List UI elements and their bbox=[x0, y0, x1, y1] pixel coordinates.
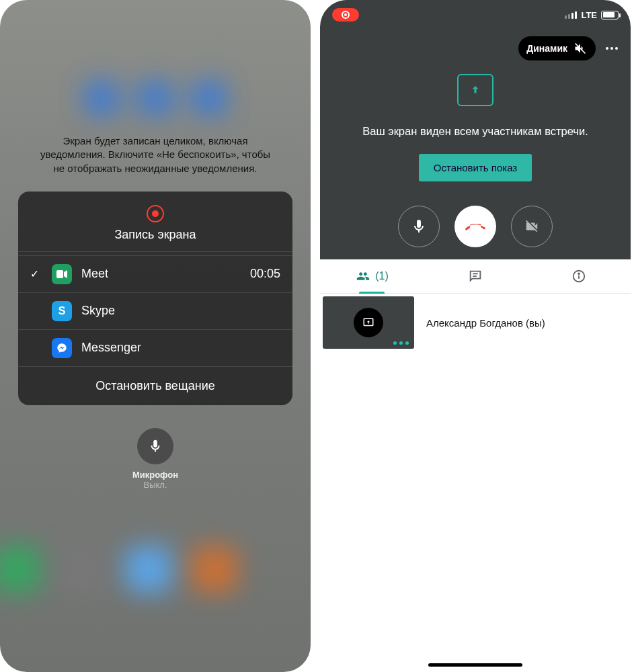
broadcast-app-messenger[interactable]: Messenger bbox=[18, 330, 292, 367]
record-dot-icon bbox=[342, 11, 350, 19]
checkmark-icon: ✓ bbox=[30, 267, 42, 280]
chat-icon bbox=[468, 269, 483, 284]
info-icon bbox=[571, 269, 586, 284]
video-off-icon bbox=[523, 219, 541, 234]
speaker-select-button[interactable]: Динамик bbox=[518, 36, 596, 60]
signal-icon bbox=[565, 11, 577, 19]
microphone-label: Микрофон bbox=[132, 470, 178, 480]
speaker-label: Динамик bbox=[526, 43, 567, 54]
screen-record-card: Запись экрана ✓ Meet 00:05 S Skype bbox=[18, 192, 292, 405]
participant-row[interactable]: Александр Богданов (вы) bbox=[320, 294, 631, 349]
recording-status-pill[interactable] bbox=[332, 8, 359, 22]
people-icon bbox=[355, 269, 371, 283]
speaker-muted-icon bbox=[573, 42, 588, 55]
battery-icon bbox=[601, 11, 619, 19]
microphone-state: Выкл. bbox=[143, 480, 167, 490]
thumbnail-more-icon[interactable] bbox=[393, 341, 409, 345]
participant-name: Александр Богданов (вы) bbox=[426, 317, 545, 329]
people-count: (1) bbox=[375, 270, 389, 282]
messenger-app-icon bbox=[52, 338, 72, 358]
record-icon bbox=[147, 205, 164, 222]
app-name-label: Messenger bbox=[81, 341, 280, 355]
svg-point-6 bbox=[578, 273, 580, 274]
stop-broadcast-button[interactable]: Остановить вещание bbox=[18, 367, 292, 405]
card-title: Запись экрана bbox=[114, 228, 196, 242]
tab-chat[interactable] bbox=[424, 259, 527, 293]
present-icon bbox=[361, 317, 376, 329]
microphone-icon bbox=[148, 439, 163, 454]
screen-share-icon bbox=[457, 74, 493, 106]
share-status-text: Ваш экран виден всем участникам встречи. bbox=[362, 125, 588, 138]
presenting-badge bbox=[354, 308, 383, 337]
more-options-button[interactable] bbox=[601, 38, 623, 59]
tab-people[interactable]: (1) bbox=[320, 259, 424, 293]
app-name-label: Skype bbox=[81, 304, 280, 318]
screen-meet-sharing: LTE Динамик Ваш экран виден всем участни… bbox=[320, 0, 631, 672]
meet-app-icon bbox=[52, 264, 72, 284]
bottom-tabs: (1) bbox=[320, 259, 631, 294]
tab-info[interactable] bbox=[527, 259, 631, 293]
microphone-toggle-button[interactable] bbox=[137, 428, 173, 464]
hangup-icon bbox=[465, 216, 485, 237]
participant-thumbnail bbox=[323, 296, 414, 349]
skype-app-icon: S bbox=[52, 301, 72, 321]
app-record-time: 00:05 bbox=[250, 267, 280, 281]
screen-ios-broadcast: Экран будет записан целиком, включая уве… bbox=[0, 0, 311, 672]
mute-audio-button[interactable] bbox=[398, 206, 440, 247]
network-label: LTE bbox=[581, 10, 597, 20]
end-call-button[interactable] bbox=[454, 206, 496, 247]
broadcast-app-skype[interactable]: S Skype bbox=[18, 293, 292, 330]
microphone-icon bbox=[411, 218, 427, 235]
svg-rect-0 bbox=[56, 270, 63, 278]
record-hint-text: Экран будет записан целиком, включая уве… bbox=[34, 134, 276, 175]
app-name-label: Meet bbox=[81, 267, 241, 281]
broadcast-app-meet[interactable]: ✓ Meet 00:05 bbox=[18, 256, 292, 293]
home-indicator bbox=[428, 663, 522, 667]
toggle-video-button[interactable] bbox=[511, 206, 553, 247]
status-bar: LTE bbox=[320, 0, 631, 30]
stop-sharing-button[interactable]: Остановить показ bbox=[419, 154, 532, 181]
